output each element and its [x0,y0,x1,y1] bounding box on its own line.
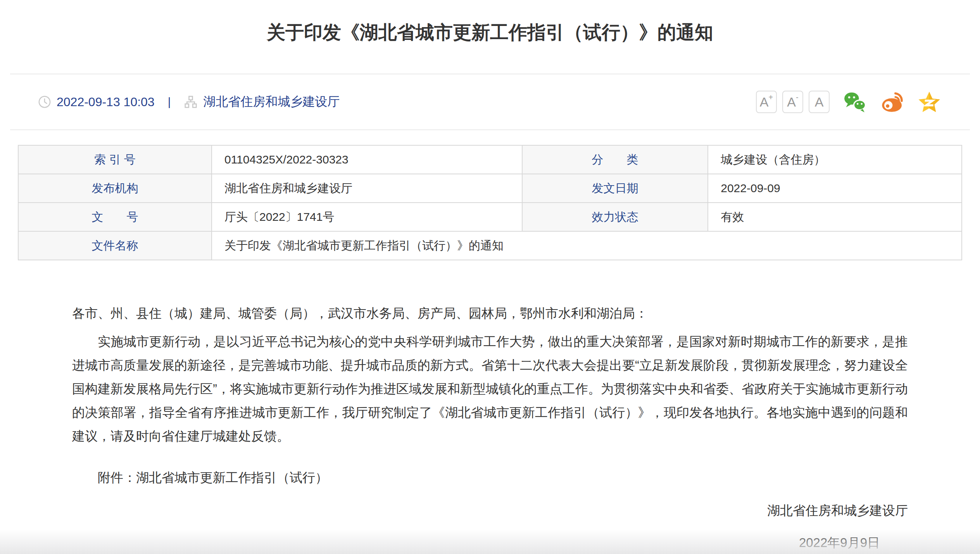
table-row-docnumber: 文 号 厅头〔2022〕1741号 效力状态 有效 [18,203,962,231]
weibo-share-icon[interactable] [880,90,904,114]
publish-datetime: 2022-09-13 10:03 [57,95,155,109]
clock-icon [38,95,51,108]
doc-number-value: 厅头〔2022〕1741号 [212,203,522,231]
meta-left: 2022-09-13 10:03 | 湖北省住房和城乡建设厅 [38,93,340,110]
document-body: 各市、州、县住（城）建局、城管委（局），武汉市水务局、房产局、园林局，鄂州市水利… [0,301,980,554]
issuing-agency-value: 湖北省住房和城乡建设厅 [212,174,522,203]
wechat-share-icon[interactable] [843,90,867,114]
meta-divider [10,129,970,130]
font-reset-button[interactable]: A [809,91,830,113]
issue-date-label: 发文日期 [522,174,708,203]
font-decrease-label: A [787,95,796,110]
main-paragraph: 实施城市更新行动，是以习近平总书记为核心的党中央科学研判城市工作大势，做出的重大… [72,330,908,448]
index-number-label: 索 引 号 [18,145,212,174]
attachment-line: 附件：湖北省城市更新工作指引（试行） [72,466,908,489]
font-reset-label: A [815,95,824,110]
index-number-value: 01104325X/2022-30323 [212,145,522,174]
document-info-table: 索 引 号 01104325X/2022-30323 分 类 城乡建设（含住房）… [18,145,962,260]
source-link[interactable]: 湖北省住房和城乡建设厅 [203,93,340,110]
file-name-value: 关于印发《湖北省城市更新工作指引（试行）》的通知 [212,231,962,260]
category-value: 城乡建设（含住房） [708,145,962,174]
meta-bar: 2022-09-13 10:03 | 湖北省住房和城乡建设厅 A+ A- A [0,74,980,129]
font-decrease-button[interactable]: A- [782,91,803,113]
category-label: 分 类 [522,145,708,174]
sitemap-icon [184,95,198,109]
font-increase-button[interactable]: A+ [756,91,777,113]
issuing-agency-label: 发布机构 [18,174,212,203]
file-name-label: 文件名称 [18,231,212,260]
meta-separator: | [168,95,171,108]
table-row-filename: 文件名称 关于印发《湖北省城市更新工作指引（试行）》的通知 [18,231,962,260]
font-increase-sup: + [769,93,773,102]
validity-label: 效力状态 [522,203,708,231]
meta-right: A+ A- A [756,90,941,114]
qzone-share-icon[interactable] [917,90,941,114]
signature-date: 2022年9月9日 [72,531,908,554]
validity-value: 有效 [708,203,962,231]
issue-date-value: 2022-09-09 [708,174,962,203]
salutation-line: 各市、州、县住（城）建局、城管委（局），武汉市水务局、房产局、园林局，鄂州市水利… [72,301,908,325]
font-increase-label: A [760,95,769,110]
font-decrease-sup: - [796,93,799,102]
page-title: 关于印发《湖北省城市更新工作指引（试行）》的通知 [0,0,980,44]
signature-agency: 湖北省住房和城乡建设厅 [72,499,908,522]
table-row-agency: 发布机构 湖北省住房和城乡建设厅 发文日期 2022-09-09 [18,174,962,203]
doc-number-label: 文 号 [18,203,212,231]
table-row-index: 索 引 号 01104325X/2022-30323 分 类 城乡建设（含住房） [18,145,962,174]
